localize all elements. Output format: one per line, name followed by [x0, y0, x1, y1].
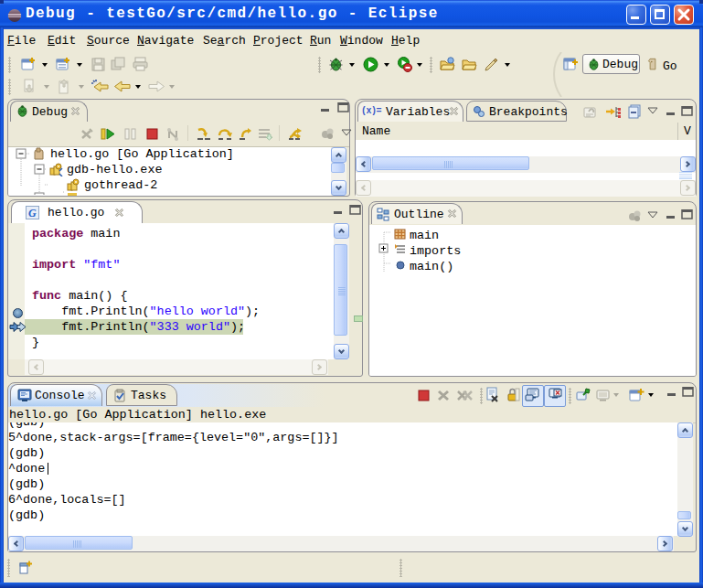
svg-text:G: G: [28, 207, 37, 219]
